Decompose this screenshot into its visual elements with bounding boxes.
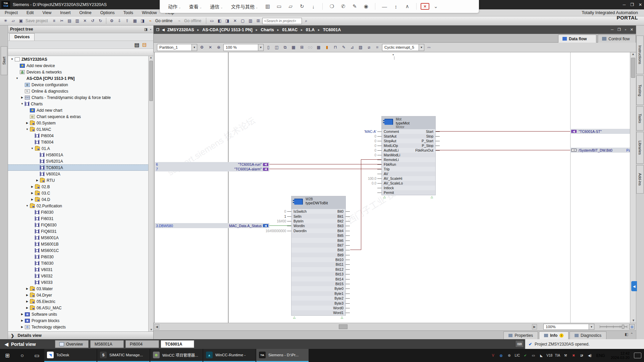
assign-task-icon[interactable]: ⎓: [425, 44, 433, 51]
cfc-canvas[interactable]: ▾ 西门子工业 技术论坛support.siemens 技术论坛6"TC6001…: [154, 52, 630, 323]
expand-more-icon[interactable]: ⌄: [431, 2, 441, 11]
tree-item-fi6031[interactable]: FI6031: [8, 215, 153, 222]
chart-settings-icon[interactable]: ⚙: [198, 44, 206, 51]
tree-expander-icon[interactable]: ▶: [20, 313, 24, 316]
tree-item-sv6201a[interactable]: SV6201A: [8, 158, 153, 164]
menu-view[interactable]: View: [42, 10, 51, 15]
go-offline-icon[interactable]: ⌁: [176, 17, 183, 24]
input-pin-RemoteLi[interactable]: RemoteLi: [384, 158, 399, 162]
split-editor-v-icon[interactable]: ◧: [216, 17, 223, 24]
open-project-icon[interactable]: ▱: [10, 17, 17, 24]
upload-from-device-icon[interactable]: ⇧: [124, 17, 131, 24]
tree-item-v6032[interactable]: V6032: [8, 273, 153, 279]
restore-layout-icon[interactable]: ▢: [239, 17, 246, 24]
tree-expander-icon[interactable]: ▶: [25, 300, 29, 303]
hammer-tray-icon[interactable]: ⚒: [563, 353, 569, 358]
output-pin-Bit9[interactable]: Bit9: [337, 253, 343, 257]
editor-button-ms6001a[interactable]: MS6001A: [90, 340, 124, 348]
tree-item-chart-sequence-extras[interactable]: ▤Chart sequence & extras: [8, 113, 153, 120]
phone-icon[interactable]: ✆: [338, 2, 348, 11]
tool-tray-icon[interactable]: ✔: [523, 353, 528, 358]
menu-project[interactable]: Project: [5, 10, 18, 15]
input-pin-ByteIn[interactable]: ByteIn: [293, 219, 304, 223]
teamviewer-tray-icon[interactable]: ⊜: [506, 353, 512, 358]
tree-item-technology-objects[interactable]: ▶⚙Technology objects: [8, 324, 153, 330]
task-card-libraries[interactable]: Libraries: [636, 132, 644, 164]
stop-cpu-icon[interactable]: ◨: [139, 17, 146, 24]
grid-icon[interactable]: ⊞: [298, 44, 306, 51]
remove-icon[interactable]: ✕: [207, 44, 214, 51]
tree-expander-icon[interactable]: ▶: [25, 121, 29, 124]
output-pin-Bit3[interactable]: Bit3: [337, 224, 343, 228]
input-pin-Intlock[interactable]: Intlock: [384, 186, 394, 190]
canvas-zoom-select[interactable]: 100% ▼: [543, 324, 594, 330]
menu-window[interactable]: Window: [142, 10, 157, 15]
task-card-testing[interactable]: Testing: [636, 75, 644, 105]
input-pin-WordIn[interactable]: WordIn: [293, 224, 305, 228]
search-input[interactable]: [262, 18, 302, 24]
copy-icon[interactable]: ▤: [66, 17, 73, 24]
tree-item-online-diagnostics[interactable]: V.Online & diagnostics: [8, 88, 153, 94]
tree-item-01-a[interactable]: ▼01.A: [8, 145, 153, 152]
display-tray-icon[interactable]: ▭: [531, 353, 536, 358]
tab-data-flow[interactable]: Data flow: [558, 35, 596, 43]
input-pin-ModLiOp[interactable]: ModLiOp: [384, 144, 398, 148]
refresh-icon[interactable]: ↻: [297, 2, 307, 11]
tree-item-00-system[interactable]: ▶00.System: [8, 120, 153, 126]
breadcrumb-item-2[interactable]: Charts: [261, 28, 274, 32]
tree-layers-icon[interactable]: ⊟: [142, 42, 147, 48]
sheet-bar-icon[interactable]: ⧄: [365, 44, 373, 51]
page-layout-icon[interactable]: ▯: [265, 44, 272, 51]
output-pin-Word1[interactable]: Word1: [333, 311, 343, 315]
output-pin-Bit10[interactable]: Bit10: [335, 258, 343, 262]
taskbar-app-simatic-manage-[interactable]: SSIMATIC Manage...: [97, 349, 150, 362]
start-button[interactable]: ⊞: [0, 349, 15, 362]
tree-item-v6033[interactable]: V6033: [8, 279, 153, 286]
details-expand-icon[interactable]: ❯: [11, 333, 14, 338]
tree-item-program-blocks[interactable]: ▶▣Program blocks: [8, 317, 153, 324]
close-windows-icon[interactable]: ✕: [231, 17, 238, 24]
tree-item-06-asu-mac[interactable]: ▶06.ASU_MAC: [8, 305, 153, 311]
output-pin-Bit6[interactable]: Bit6: [337, 239, 343, 243]
sheet-connector--System-BIT-DW-Bit0[interactable]: ⊣/System/BIT_DW.Bit0Pa: [570, 148, 630, 153]
diagnostics-toolbar-icon[interactable]: ▭: [208, 17, 215, 24]
taskbar-clock[interactable]: 12:422024-03-20: [611, 351, 630, 360]
network-tray-icon[interactable]: 🖳: [579, 353, 585, 358]
titlebar-minimize-icon[interactable]: ─: [623, 2, 626, 7]
menu-options[interactable]: Options: [100, 10, 115, 15]
taskbar-app-wincc-[interactable]: ⚙WinCC 项目管理器...: [150, 349, 203, 362]
language-indicator[interactable]: ENG: [596, 353, 605, 358]
tab-info[interactable]: Infoi: [539, 331, 569, 339]
tree-list-view-icon[interactable]: ▤: [134, 42, 139, 48]
editor-button-overview[interactable]: Overview: [55, 340, 89, 348]
tree-expander-icon[interactable]: ▼: [15, 77, 19, 80]
overlap-pages-icon[interactable]: ⧉: [281, 44, 289, 51]
tree-item-charts[interactable]: ▼Charts: [8, 101, 153, 107]
output-pin-Bit14[interactable]: Bit14: [335, 277, 343, 281]
scroll-left-icon[interactable]: ◀: [154, 324, 159, 329]
v-app-tray-icon[interactable]: V: [490, 353, 496, 358]
output-pin-Byte3[interactable]: Byte3: [334, 301, 343, 305]
tree-expander-icon[interactable]: ▼: [25, 128, 29, 131]
compile-icon[interactable]: ⚙: [108, 17, 115, 24]
inspector-dock-icon[interactable]: ◧: [625, 332, 628, 337]
tree-item-05-electric[interactable]: ▶05.Electric: [8, 298, 153, 305]
tree-item-ti6030[interactable]: TI6030: [8, 260, 153, 266]
tree-item-fiq6031[interactable]: FIQ6031: [8, 228, 153, 235]
input-pin-AV[interactable]: AV: [384, 172, 388, 176]
tree-item-ms6001c[interactable]: MS6001C: [8, 247, 153, 254]
tree-item-add-new-device[interactable]: ✶Add new device: [8, 62, 153, 69]
tree-expander-icon[interactable]: ▼: [10, 58, 14, 61]
input-pin-FbkRun[interactable]: FbkRun: [384, 162, 396, 166]
tree-item-02-purification[interactable]: ▼02.Purification: [8, 203, 153, 209]
editor-minimize-icon[interactable]: ─: [611, 28, 613, 32]
breadcrumb-item-3[interactable]: 01.MAC: [282, 28, 298, 32]
tree-item-01-mac[interactable]: ▼01.MAC: [8, 126, 153, 133]
zoom-dropdown-icon[interactable]: ▼: [589, 324, 594, 329]
task-card-add-ins[interactable]: Add-ins: [636, 165, 644, 194]
tree-item-ms6001a[interactable]: MS6001A: [8, 235, 153, 241]
tree-expander-icon[interactable]: ▶: [30, 185, 34, 188]
output-pin-Byte0[interactable]: Byte0: [334, 287, 343, 291]
zoom-slider[interactable]: [600, 326, 627, 327]
tree-item-fiq6030[interactable]: FIQ6030: [8, 222, 153, 228]
